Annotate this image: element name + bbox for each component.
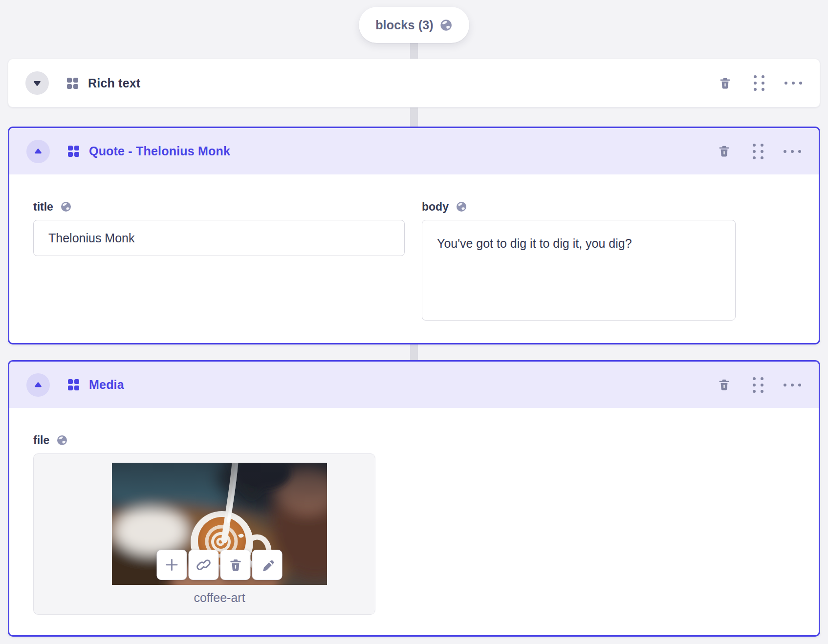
globe-icon xyxy=(60,201,72,213)
block-actions xyxy=(717,378,799,392)
body-field-label: body xyxy=(422,200,449,214)
block-actions xyxy=(717,145,799,158)
block-title: Media xyxy=(89,378,124,392)
globe-icon xyxy=(456,201,467,213)
drag-handle-icon xyxy=(753,377,763,393)
delete-block-button[interactable] xyxy=(717,145,731,158)
field-label-row: title xyxy=(33,200,405,213)
collapse-toggle-button[interactable] xyxy=(26,140,50,163)
blocks-grid-icon xyxy=(67,78,78,89)
drag-handle[interactable] xyxy=(751,378,765,392)
delete-block-button[interactable] xyxy=(718,76,732,90)
ellipsis-icon xyxy=(784,82,802,85)
caret-down-icon xyxy=(32,78,43,88)
file-field-label: file xyxy=(33,434,49,447)
media-action-toolbar xyxy=(157,550,283,580)
block-menu-button[interactable] xyxy=(786,76,800,90)
block-header: Quote - Thelonius Monk xyxy=(9,128,819,174)
block-menu-button[interactable] xyxy=(785,378,799,392)
block-menu-button[interactable] xyxy=(785,145,799,158)
drag-handle[interactable] xyxy=(751,145,765,158)
caret-up-icon xyxy=(33,146,44,157)
expand-toggle-button[interactable] xyxy=(25,71,49,95)
blocks-count-pill[interactable]: blocks (3) xyxy=(359,7,469,43)
delete-block-button[interactable] xyxy=(717,378,731,392)
blocks-count-label: blocks (3) xyxy=(375,18,434,32)
collapse-toggle-button[interactable] xyxy=(26,373,50,397)
file-upload-field: coffee-art xyxy=(33,453,375,615)
block-header: Media xyxy=(9,362,819,408)
remove-asset-button[interactable] xyxy=(220,550,251,580)
caret-up-icon xyxy=(33,380,44,390)
block-body: file xyxy=(9,408,819,615)
blocks-array-editor: blocks (3) Rich text xyxy=(0,0,828,644)
title-input[interactable] xyxy=(33,220,405,256)
trash-icon xyxy=(719,77,732,90)
block-title: Quote - Thelonius Monk xyxy=(89,144,230,158)
add-asset-button[interactable] xyxy=(157,550,187,580)
block-actions xyxy=(718,76,800,90)
block-media: Media file xyxy=(8,360,820,637)
link-icon xyxy=(196,558,211,572)
drag-handle[interactable] xyxy=(752,76,766,90)
drag-handle-icon xyxy=(753,144,763,159)
ellipsis-icon xyxy=(784,150,801,153)
body-textarea[interactable]: You've got to dig it to dig it, you dig? xyxy=(422,220,736,321)
block-header: Rich text xyxy=(8,59,820,107)
asset-filename: coffee-art xyxy=(112,591,327,605)
globe-icon xyxy=(439,19,453,32)
trash-icon xyxy=(228,558,242,572)
block-quote: Quote - Thelonius Monk title xyxy=(8,127,820,344)
block-rich-text: Rich text xyxy=(8,59,820,107)
title-field-label: title xyxy=(33,200,53,214)
trash-icon xyxy=(718,378,731,391)
blocks-grid-icon xyxy=(68,379,79,390)
plus-icon xyxy=(164,557,180,573)
block-title: Rich text xyxy=(88,76,140,90)
block-body: title body You've got to dig it to dig i… xyxy=(9,174,819,322)
pencil-icon xyxy=(260,558,274,572)
field-label-row: file xyxy=(33,434,819,447)
field-body: body You've got to dig it to dig it, you… xyxy=(422,200,736,322)
media-preview xyxy=(112,463,327,585)
drag-handle-icon xyxy=(754,75,764,91)
field-title: title xyxy=(33,200,405,322)
blocks-grid-icon xyxy=(68,146,79,157)
globe-icon xyxy=(56,434,68,446)
edit-asset-button[interactable] xyxy=(252,550,283,580)
link-asset-button[interactable] xyxy=(189,550,219,580)
field-label-row: body xyxy=(422,200,736,213)
trash-icon xyxy=(718,145,731,158)
ellipsis-icon xyxy=(784,384,801,386)
